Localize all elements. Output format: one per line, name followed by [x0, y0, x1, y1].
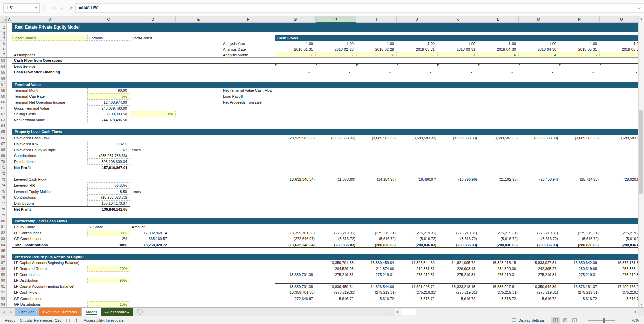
- cell-F55[interactable]: [221, 69, 275, 75]
- cell-A88[interactable]: [7, 266, 12, 272]
- cell-J55[interactable]: -: [397, 69, 437, 75]
- cell-G53[interactable]: -: [275, 58, 316, 64]
- cell-L84[interactable]: (280,836.03): [478, 242, 519, 248]
- cell-K89[interactable]: 275,219.31: [437, 272, 478, 278]
- cell-C66[interactable]: [87, 135, 130, 141]
- cell-B71[interactable]: Net Profit: [12, 165, 87, 171]
- display-settings-button[interactable]: Display Settings: [518, 318, 545, 322]
- cell-O84[interactable]: (280,836.03): [600, 242, 643, 248]
- cell-J58[interactable]: -: [397, 88, 437, 94]
- cell-A65[interactable]: [7, 129, 12, 135]
- cell-N92[interactable]: (275,219.31): [559, 289, 600, 295]
- column-header-I[interactable]: I: [356, 16, 397, 23]
- cell-E74[interactable]: [176, 182, 221, 188]
- cell-A72[interactable]: [7, 171, 12, 177]
- row-header-83[interactable]: 83: [0, 236, 7, 242]
- cell-L6[interactable]: 2018-04-30: [478, 46, 519, 52]
- title-band[interactable]: Real Estate Private Equity Model: [12, 23, 643, 32]
- column-header-B[interactable]: B: [12, 16, 87, 23]
- cell-I75[interactable]: [356, 188, 397, 195]
- cell-M61[interactable]: [519, 105, 559, 111]
- cell-L90[interactable]: -: [478, 278, 519, 284]
- cell-H84[interactable]: (280,836.03): [316, 242, 356, 248]
- row-header-78[interactable]: 78: [0, 206, 7, 212]
- cell-J53[interactable]: -: [397, 58, 437, 64]
- cell-C84[interactable]: 100%: [87, 242, 130, 248]
- cell-E81[interactable]: [176, 224, 221, 230]
- cell-D59[interactable]: [130, 93, 176, 99]
- vscroll-thumb[interactable]: [639, 110, 643, 194]
- cell-J83[interactable]: (5,616.72): [397, 236, 437, 242]
- cell-C69[interactable]: (235,287,733.33): [87, 153, 130, 159]
- select-all-corner[interactable]: [0, 16, 7, 23]
- row-header-2[interactable]: 2: [0, 23, 7, 32]
- cell-N62[interactable]: [559, 111, 600, 117]
- cell-K55[interactable]: -: [437, 69, 478, 75]
- cell-H87[interactable]: 13,359,701.38: [316, 260, 356, 266]
- insert-function-icon[interactable]: fx: [67, 5, 75, 11]
- cell-N90[interactable]: -: [559, 278, 600, 284]
- cell-G5[interactable]: 1.00: [275, 41, 316, 46]
- cell-N81[interactable]: [559, 224, 600, 230]
- cell-L69[interactable]: [478, 153, 519, 159]
- row-header-60[interactable]: 60: [0, 99, 7, 105]
- cell-L73[interactable]: (21,102.95): [478, 176, 519, 182]
- cell-B75[interactable]: Levered Equity Multiple: [12, 188, 87, 195]
- cell-C92[interactable]: [87, 289, 130, 295]
- cell-B67[interactable]: Unlevered IRR: [12, 141, 87, 147]
- cell-G71[interactable]: [275, 165, 316, 171]
- cell-K75[interactable]: [437, 188, 478, 195]
- cell-I61[interactable]: [356, 105, 397, 111]
- cell-N82[interactable]: (275,219.31): [559, 230, 600, 236]
- cell-B70[interactable]: Distributions: [12, 159, 87, 165]
- cell-I90[interactable]: -: [356, 278, 397, 284]
- cell-I6[interactable]: 2018-02-28: [356, 46, 397, 52]
- circular-references-status[interactable]: Circular References: C26: [20, 318, 62, 322]
- cell-J94[interactable]: [397, 301, 437, 307]
- cell-N83[interactable]: (5,616.72): [559, 236, 600, 242]
- cell-E88[interactable]: [176, 266, 221, 272]
- cell-I66[interactable]: (3,689,583.33): [356, 135, 397, 141]
- cell-O75[interactable]: [600, 188, 643, 195]
- cell-A77[interactable]: [7, 200, 12, 206]
- cell-I62[interactable]: [356, 111, 397, 117]
- cell-I58[interactable]: -: [356, 88, 397, 94]
- cell-J54[interactable]: -: [397, 64, 437, 70]
- cell-D71[interactable]: [130, 165, 176, 171]
- cell-M77[interactable]: [519, 200, 559, 206]
- cell-I5[interactable]: 1.00: [356, 41, 397, 46]
- cell-E82[interactable]: [176, 230, 221, 236]
- cell-D91[interactable]: [130, 283, 176, 289]
- cell-A53[interactable]: [7, 58, 12, 64]
- cell-F76[interactable]: [221, 195, 275, 201]
- cell-H54[interactable]: -: [316, 64, 356, 70]
- cell-H7[interactable]: 2: [316, 52, 356, 58]
- vscroll-down-icon[interactable]: ▼: [639, 302, 644, 307]
- cell-K63[interactable]: [437, 117, 478, 123]
- cell-M90[interactable]: -: [519, 278, 559, 284]
- row-header-81[interactable]: 81: [0, 224, 7, 230]
- cell-E83[interactable]: [176, 236, 221, 242]
- cell-K66[interactable]: (3,689,583.33): [437, 135, 478, 141]
- cell-E89[interactable]: [176, 272, 221, 278]
- cell-D53[interactable]: [130, 58, 176, 64]
- cell-M68[interactable]: [519, 147, 559, 153]
- cell-I91[interactable]: 14,326,544.60: [356, 283, 397, 289]
- cell-K87[interactable]: 14,821,095.72: [437, 260, 478, 266]
- cell-L63[interactable]: [478, 117, 519, 123]
- cell-O59[interactable]: -: [600, 93, 643, 99]
- cell-D76[interactable]: [130, 195, 176, 201]
- cell-I94[interactable]: [356, 301, 397, 307]
- row-header-70[interactable]: 70: [0, 159, 7, 165]
- cell-O87[interactable]: 16,876,181.37: [600, 260, 643, 266]
- cell-G54[interactable]: -: [275, 64, 316, 70]
- cell-A66[interactable]: [7, 135, 12, 141]
- cell-N73[interactable]: (25,714.93): [559, 176, 600, 182]
- cell-A54[interactable]: [7, 64, 12, 70]
- blank-row-area[interactable]: [12, 75, 643, 82]
- cell-J87[interactable]: 14,326,544.60: [397, 260, 437, 266]
- cell-H81[interactable]: [316, 224, 356, 230]
- cell-E62[interactable]: [176, 111, 221, 117]
- cell-J93[interactable]: 5,616.72: [397, 295, 437, 302]
- cell-I59[interactable]: -: [356, 93, 397, 99]
